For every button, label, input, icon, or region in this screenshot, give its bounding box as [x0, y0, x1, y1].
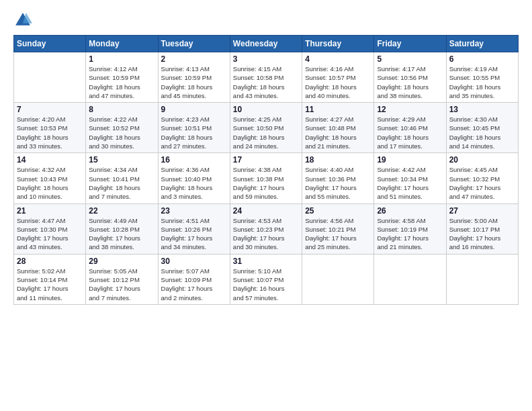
calendar-header-saturday: Saturday [446, 36, 518, 52]
day-info: Sunrise: 4:34 AM Sunset: 10:41 PM Daylig… [89, 165, 154, 201]
calendar-cell: 13Sunrise: 4:30 AM Sunset: 10:45 PM Dayl… [446, 103, 518, 153]
calendar-cell: 2Sunrise: 4:13 AM Sunset: 10:59 PM Dayli… [158, 52, 230, 103]
day-info: Sunrise: 5:10 AM Sunset: 10:07 PM Daylig… [233, 267, 299, 302]
calendar-cell: 29Sunrise: 5:05 AM Sunset: 10:12 PM Dayl… [86, 254, 158, 304]
calendar-cell: 26Sunrise: 4:58 AM Sunset: 10:19 PM Dayl… [374, 203, 446, 254]
day-info: Sunrise: 4:27 AM Sunset: 10:48 PM Daylig… [305, 115, 371, 150]
calendar-week-row: 7Sunrise: 4:20 AM Sunset: 10:53 PM Dayli… [14, 103, 519, 153]
calendar-cell [14, 52, 86, 103]
day-number: 9 [161, 105, 227, 114]
day-number: 5 [377, 54, 443, 64]
calendar-cell: 18Sunrise: 4:40 AM Sunset: 10:36 PM Dayl… [302, 153, 374, 203]
day-info: Sunrise: 4:58 AM Sunset: 10:19 PM Daylig… [377, 216, 443, 252]
calendar-cell: 22Sunrise: 4:49 AM Sunset: 10:28 PM Dayl… [86, 203, 158, 254]
header [13, 11, 519, 30]
page: SundayMondayTuesdayWednesdayThursdayFrid… [0, 0, 532, 411]
day-info: Sunrise: 4:47 AM Sunset: 10:30 PM Daylig… [17, 216, 83, 252]
day-info: Sunrise: 4:53 AM Sunset: 10:23 PM Daylig… [233, 216, 299, 252]
day-number: 16 [161, 155, 227, 165]
day-number: 20 [449, 155, 515, 165]
calendar-cell: 14Sunrise: 4:32 AM Sunset: 10:43 PM Dayl… [14, 153, 86, 203]
day-number: 11 [305, 105, 371, 114]
calendar-cell [374, 254, 446, 304]
calendar-cell [446, 254, 518, 304]
day-number: 21 [17, 206, 83, 216]
calendar-cell: 1Sunrise: 4:12 AM Sunset: 10:59 PM Dayli… [86, 52, 158, 103]
calendar-cell: 10Sunrise: 4:25 AM Sunset: 10:50 PM Dayl… [230, 103, 302, 153]
day-info: Sunrise: 4:32 AM Sunset: 10:43 PM Daylig… [17, 165, 83, 201]
calendar-header-sunday: Sunday [14, 36, 86, 52]
calendar-cell: 19Sunrise: 4:42 AM Sunset: 10:34 PM Dayl… [374, 153, 446, 203]
calendar-header-row: SundayMondayTuesdayWednesdayThursdayFrid… [14, 36, 519, 52]
calendar-cell: 8Sunrise: 4:22 AM Sunset: 10:52 PM Dayli… [86, 103, 158, 153]
day-info: Sunrise: 4:19 AM Sunset: 10:55 PM Daylig… [449, 64, 515, 100]
calendar-cell: 16Sunrise: 4:36 AM Sunset: 10:40 PM Dayl… [158, 153, 230, 203]
day-info: Sunrise: 4:29 AM Sunset: 10:46 PM Daylig… [377, 115, 443, 150]
calendar-cell: 3Sunrise: 4:15 AM Sunset: 10:58 PM Dayli… [230, 52, 302, 103]
day-number: 18 [305, 155, 371, 165]
day-info: Sunrise: 4:56 AM Sunset: 10:21 PM Daylig… [305, 216, 371, 252]
day-number: 2 [161, 54, 227, 64]
day-info: Sunrise: 5:05 AM Sunset: 10:12 PM Daylig… [89, 267, 154, 302]
day-info: Sunrise: 5:02 AM Sunset: 10:14 PM Daylig… [17, 267, 83, 302]
calendar-cell: 6Sunrise: 4:19 AM Sunset: 10:55 PM Dayli… [446, 52, 518, 103]
day-number: 23 [161, 206, 227, 216]
day-info: Sunrise: 5:00 AM Sunset: 10:17 PM Daylig… [449, 216, 515, 252]
day-number: 6 [449, 54, 515, 64]
day-number: 3 [233, 54, 299, 64]
day-info: Sunrise: 4:23 AM Sunset: 10:51 PM Daylig… [161, 115, 227, 150]
day-number: 26 [377, 206, 443, 216]
calendar-cell: 31Sunrise: 5:10 AM Sunset: 10:07 PM Dayl… [230, 254, 302, 304]
day-info: Sunrise: 4:42 AM Sunset: 10:34 PM Daylig… [377, 165, 443, 201]
day-number: 14 [17, 155, 83, 165]
calendar-cell: 27Sunrise: 5:00 AM Sunset: 10:17 PM Dayl… [446, 203, 518, 254]
calendar-cell: 4Sunrise: 4:16 AM Sunset: 10:57 PM Dayli… [302, 52, 374, 103]
day-info: Sunrise: 4:16 AM Sunset: 10:57 PM Daylig… [305, 64, 371, 100]
day-info: Sunrise: 5:07 AM Sunset: 10:09 PM Daylig… [161, 267, 227, 302]
calendar-cell: 25Sunrise: 4:56 AM Sunset: 10:21 PM Dayl… [302, 203, 374, 254]
calendar-header-monday: Monday [86, 36, 158, 52]
calendar-week-row: 14Sunrise: 4:32 AM Sunset: 10:43 PM Dayl… [14, 153, 519, 203]
day-info: Sunrise: 4:22 AM Sunset: 10:52 PM Daylig… [89, 115, 154, 150]
calendar-table: SundayMondayTuesdayWednesdayThursdayFrid… [13, 35, 519, 305]
calendar-cell: 11Sunrise: 4:27 AM Sunset: 10:48 PM Dayl… [302, 103, 374, 153]
calendar-cell: 21Sunrise: 4:47 AM Sunset: 10:30 PM Dayl… [14, 203, 86, 254]
day-info: Sunrise: 4:15 AM Sunset: 10:58 PM Daylig… [233, 64, 299, 100]
day-number: 25 [305, 206, 371, 216]
logo [13, 11, 35, 30]
logo-icon [13, 11, 32, 30]
day-number: 24 [233, 206, 299, 216]
calendar-cell: 20Sunrise: 4:45 AM Sunset: 10:32 PM Dayl… [446, 153, 518, 203]
day-info: Sunrise: 4:49 AM Sunset: 10:28 PM Daylig… [89, 216, 154, 252]
day-number: 29 [89, 257, 154, 266]
calendar-cell: 5Sunrise: 4:17 AM Sunset: 10:56 PM Dayli… [374, 52, 446, 103]
calendar-cell: 12Sunrise: 4:29 AM Sunset: 10:46 PM Dayl… [374, 103, 446, 153]
day-info: Sunrise: 4:20 AM Sunset: 10:53 PM Daylig… [17, 115, 83, 150]
day-info: Sunrise: 4:38 AM Sunset: 10:38 PM Daylig… [233, 165, 299, 201]
calendar-header-tuesday: Tuesday [158, 36, 230, 52]
calendar-cell: 15Sunrise: 4:34 AM Sunset: 10:41 PM Dayl… [86, 153, 158, 203]
calendar-cell: 9Sunrise: 4:23 AM Sunset: 10:51 PM Dayli… [158, 103, 230, 153]
calendar-header-thursday: Thursday [302, 36, 374, 52]
day-info: Sunrise: 4:51 AM Sunset: 10:26 PM Daylig… [161, 216, 227, 252]
calendar-week-row: 28Sunrise: 5:02 AM Sunset: 10:14 PM Dayl… [14, 254, 519, 304]
calendar-cell: 23Sunrise: 4:51 AM Sunset: 10:26 PM Dayl… [158, 203, 230, 254]
day-number: 13 [449, 105, 515, 114]
day-info: Sunrise: 4:30 AM Sunset: 10:45 PM Daylig… [449, 115, 515, 150]
calendar-cell: 28Sunrise: 5:02 AM Sunset: 10:14 PM Dayl… [14, 254, 86, 304]
calendar-week-row: 21Sunrise: 4:47 AM Sunset: 10:30 PM Dayl… [14, 203, 519, 254]
day-number: 15 [89, 155, 154, 165]
day-info: Sunrise: 4:13 AM Sunset: 10:59 PM Daylig… [161, 64, 227, 100]
day-number: 8 [89, 105, 154, 114]
calendar-cell: 30Sunrise: 5:07 AM Sunset: 10:09 PM Dayl… [158, 254, 230, 304]
day-number: 30 [161, 257, 227, 266]
calendar-cell: 24Sunrise: 4:53 AM Sunset: 10:23 PM Dayl… [230, 203, 302, 254]
day-info: Sunrise: 4:36 AM Sunset: 10:40 PM Daylig… [161, 165, 227, 201]
calendar-header-wednesday: Wednesday [230, 36, 302, 52]
day-number: 1 [89, 54, 154, 64]
calendar-week-row: 1Sunrise: 4:12 AM Sunset: 10:59 PM Dayli… [14, 52, 519, 103]
day-number: 7 [17, 105, 83, 114]
day-info: Sunrise: 4:40 AM Sunset: 10:36 PM Daylig… [305, 165, 371, 201]
day-number: 28 [17, 257, 83, 266]
day-number: 10 [233, 105, 299, 114]
